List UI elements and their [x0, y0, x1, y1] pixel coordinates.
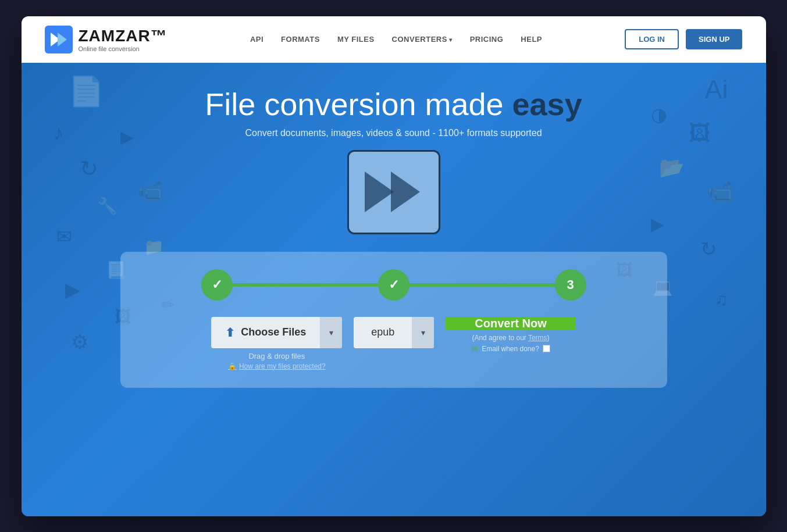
- steps-bar: ✓ ✓ 3: [144, 269, 644, 301]
- choose-files-dropdown-arrow[interactable]: ▾: [320, 317, 342, 348]
- step-line-2: [409, 283, 555, 287]
- deco-play-icon: ▶: [65, 278, 80, 301]
- nav-link-help[interactable]: HELP: [521, 35, 542, 44]
- email-row: ✉ Email when done?: [471, 344, 550, 354]
- hero-title: File conversion made easy: [205, 86, 582, 128]
- nav-link-myfiles[interactable]: MY FILES: [337, 35, 375, 44]
- email-label: Email when done?: [482, 345, 539, 353]
- choose-files-button[interactable]: ⬆ Choose Files ▾: [211, 317, 342, 348]
- terms-text: (And agree to our Terms): [472, 334, 549, 342]
- center-play-icon: [347, 150, 440, 234]
- nav-link-api[interactable]: API: [250, 35, 263, 44]
- arrow-2: [391, 172, 420, 212]
- deco-video-icon: 📹: [138, 179, 164, 203]
- browser-window: ZAMZAR™ Online file conversion API FORMA…: [22, 16, 766, 516]
- nav-link-pricing[interactable]: PRICING: [470, 35, 504, 44]
- hero-title-main: File conversion made: [205, 87, 512, 122]
- terms-link[interactable]: Terms: [528, 334, 547, 342]
- convert-now-button[interactable]: Convert Now: [446, 317, 575, 330]
- protected-link[interactable]: 🔒 How are my files protected?: [228, 362, 326, 370]
- lock-icon: 🔒: [228, 362, 237, 370]
- deco-music2-icon: ♫: [715, 290, 728, 309]
- nav-link-converters[interactable]: CONVERTERS: [392, 35, 453, 44]
- hero-title-emphasis: easy: [512, 87, 582, 122]
- arrow-1: [365, 172, 394, 212]
- deco-music-icon: ♪: [54, 121, 64, 144]
- step-1: ✓: [201, 269, 233, 301]
- deco-play3-icon: ▶: [651, 214, 664, 234]
- email-checkbox[interactable]: [543, 345, 550, 352]
- deco-triangle-icon: ▶: [120, 127, 134, 147]
- choose-files-label: Choose Files: [241, 326, 306, 338]
- signup-button[interactable]: SIGN UP: [686, 29, 742, 49]
- deco-video2-icon: 📹: [707, 179, 734, 205]
- upload-icon: ⬆: [225, 326, 235, 340]
- deco-wrench-icon: 🔧: [97, 197, 117, 216]
- format-select[interactable]: epub ▾: [354, 317, 434, 348]
- format-value: epub: [354, 326, 412, 338]
- hero-subtitle: Convert documents, images, videos & soun…: [245, 128, 542, 138]
- step-line-1: [233, 283, 378, 287]
- format-dropdown-arrow[interactable]: ▾: [412, 317, 434, 348]
- choose-files-main: ⬆ Choose Files: [211, 317, 320, 348]
- nav-link-formats[interactable]: FORMATS: [281, 35, 320, 44]
- login-button[interactable]: LOG IN: [625, 29, 679, 49]
- nav-buttons: LOG IN SIGN UP: [625, 29, 742, 49]
- conversion-panel: ✓ ✓ 3 ⬆ Choose Files ▾ Drag: [120, 252, 667, 388]
- deco-gear-icon: ⚙: [71, 330, 88, 354]
- deco-circle-icon: ↻: [700, 237, 717, 260]
- deco-ai-icon: Ai: [704, 74, 728, 105]
- brand-name: ZAMZAR™: [79, 27, 168, 45]
- step-2: ✓: [378, 269, 409, 301]
- deco-jpg-icon: 📄: [68, 74, 104, 108]
- convert-info: (And agree to our Terms) ✉ Email when do…: [471, 334, 550, 354]
- deco-pie-icon: ◑: [651, 103, 667, 126]
- svg-marker-1: [58, 33, 67, 47]
- main-content: 📄 ♪ ↻ ▶ 🔧 ✉ 📹 ▶ 📃 📁 ⚙ 🖼 ✏ Ai 🖼 ◑ 📹 📂 ↻ ▶…: [22, 63, 766, 516]
- controls-row: ⬆ Choose Files ▾ Drag & drop files 🔒 How…: [144, 317, 644, 370]
- navbar: ZAMZAR™ Online file conversion API FORMA…: [22, 16, 766, 63]
- choose-files-wrapper: ⬆ Choose Files ▾ Drag & drop files 🔒 How…: [211, 317, 342, 370]
- email-icon: ✉: [471, 344, 478, 354]
- brand-tagline: Online file conversion: [79, 45, 168, 52]
- deco-refresh-icon: ↻: [80, 156, 98, 181]
- protected-label: How are my files protected?: [239, 362, 326, 370]
- deco-folder2-icon: 📂: [659, 156, 685, 180]
- logo-area: ZAMZAR™ Online file conversion: [45, 26, 168, 53]
- step-3: 3: [555, 269, 586, 301]
- nav-links: API FORMATS MY FILES CONVERTERS PRICING …: [250, 35, 542, 44]
- convert-section: Convert Now (And agree to our Terms) ✉ E…: [446, 317, 575, 354]
- deco-photo-icon: 🖼: [689, 121, 711, 146]
- deco-envelope-icon: ✉: [56, 226, 72, 248]
- drag-drop-text: Drag & drop files: [248, 352, 305, 360]
- logo-icon: [45, 26, 73, 53]
- logo-text: ZAMZAR™ Online file conversion: [79, 27, 168, 52]
